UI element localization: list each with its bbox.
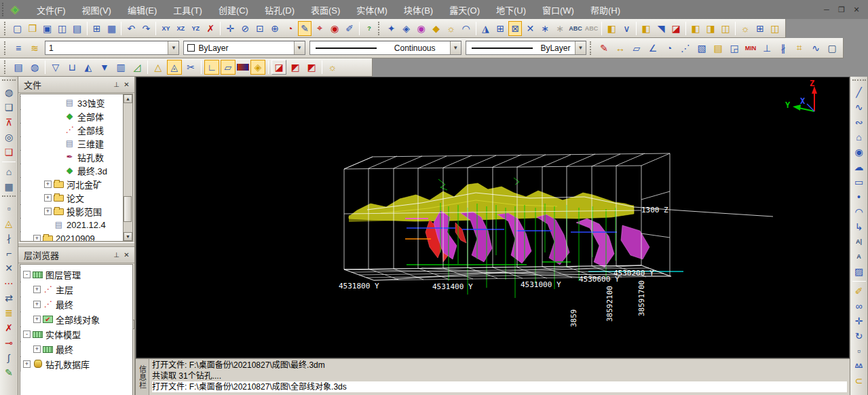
tree-item[interactable]: +⋰最终: [20, 297, 132, 312]
color-combo-dropdown-icon[interactable]: ▼: [294, 41, 305, 54]
offset-icon[interactable]: ⊂: [852, 373, 867, 388]
profile-axis-icon[interactable]: ∟: [204, 60, 219, 75]
expand-icon[interactable]: +: [44, 208, 52, 215]
rectangle-icon[interactable]: ▭: [852, 174, 867, 189]
layer-combo[interactable]: 1 ▼: [45, 41, 179, 55]
cylinder-icon[interactable]: ⊔: [64, 60, 79, 75]
surface-clear-icon[interactable]: ❏: [1, 145, 16, 159]
menu-item[interactable]: 创建(C): [210, 1, 257, 19]
tree-item[interactable]: +⋰主层: [20, 282, 132, 297]
point-icon[interactable]: •: [852, 189, 867, 204]
expand-icon[interactable]: +: [23, 360, 31, 368]
color-combo[interactable]: ByLayer ▼: [183, 41, 305, 55]
text-edit-icon[interactable]: A|: [852, 234, 867, 249]
pin-icon[interactable]: ⊥: [111, 79, 121, 90]
volume-cube-icon[interactable]: ▧: [694, 41, 709, 56]
bulb-surface-icon[interactable]: ☼: [325, 60, 340, 75]
scissors-icon[interactable]: ✂: [183, 60, 198, 75]
scroll-up-icon[interactable]: ▲: [124, 94, 132, 103]
collapse-icon[interactable]: -: [23, 331, 31, 338]
menu-item[interactable]: 露天(O): [441, 1, 488, 19]
help-icon[interactable]: ?: [362, 21, 376, 36]
pan-icon[interactable]: ✛: [223, 21, 237, 36]
expand-icon[interactable]: +: [33, 345, 41, 353]
delete-icon[interactable]: ✗: [204, 21, 217, 36]
menu-item[interactable]: 块体(B): [396, 1, 441, 19]
tree-item[interactable]: -实体模型: [20, 326, 132, 341]
expand-icon[interactable]: +: [44, 194, 52, 202]
cone-mesh-icon[interactable]: ◭: [81, 60, 96, 75]
menu-item[interactable]: 编辑(E): [119, 1, 165, 19]
restore-button[interactable]: ❐: [837, 5, 846, 14]
menu-item[interactable]: 地下(U): [488, 1, 534, 19]
text-abc-icon[interactable]: ABC: [568, 21, 583, 36]
toolbar-gripper[interactable]: [378, 22, 381, 35]
select-paint-icon[interactable]: ✎: [298, 21, 312, 36]
zoom-dynamic-icon[interactable]: ⊘: [238, 21, 252, 36]
area-icon[interactable]: ▱: [629, 41, 644, 56]
menu-item[interactable]: 窗口(W): [534, 1, 582, 19]
circle-tri-icon[interactable]: ◬: [167, 60, 182, 75]
select-box-icon[interactable]: ▫: [852, 343, 867, 358]
panel-splitter[interactable]: [18, 242, 134, 247]
surface-lasso-icon[interactable]: ◎: [1, 130, 16, 145]
point-insert-icon[interactable]: ⊸: [1, 335, 16, 350]
polyline-icon[interactable]: ∿: [852, 100, 867, 115]
view-compass-icon[interactable]: ✦: [385, 21, 398, 36]
gradient-bar-icon[interactable]: ▮: [237, 64, 249, 71]
close-button[interactable]: ✕: [852, 5, 861, 14]
linetype-combo-dropdown-icon[interactable]: ▼: [450, 41, 461, 54]
cross-delete-icon[interactable]: ✕: [1, 261, 16, 276]
close-icon[interactable]: ✕: [121, 79, 132, 90]
menu-item[interactable]: 工具(T): [165, 1, 210, 19]
arc-rotate-icon[interactable]: ◠: [459, 21, 473, 36]
arc-icon[interactable]: ◠: [852, 204, 867, 219]
min-distance-icon[interactable]: MIN: [743, 41, 758, 56]
plane-shape-icon[interactable]: ◥: [654, 21, 668, 36]
diamond-arrows-icon[interactable]: ◈: [250, 60, 265, 75]
lineweight-combo[interactable]: ByLayer ▼: [466, 41, 586, 55]
menu-item[interactable]: 帮助(H): [582, 1, 628, 19]
surface-calc-icon[interactable]: ▦: [1, 179, 16, 194]
shade-icon[interactable]: ◆: [430, 21, 443, 36]
zoom-object-icon[interactable]: ◉: [328, 21, 341, 36]
erase-draw-icon[interactable]: ✎: [1, 365, 16, 380]
plane-delete-icon[interactable]: ◪: [669, 21, 683, 36]
line-join-icon[interactable]: ∫: [1, 350, 16, 365]
rect-dash-icon[interactable]: ▫: [1, 201, 16, 216]
snap-icon[interactable]: ∗: [538, 21, 552, 36]
fence-icon[interactable]: ≣: [1, 305, 16, 320]
grid-box-icon[interactable]: ⊠: [508, 21, 522, 36]
line-icon[interactable]: ╱: [852, 85, 867, 100]
tree-item[interactable]: -图层管理: [20, 267, 132, 282]
mesh-rect-icon[interactable]: ▤: [11, 60, 26, 75]
tree-item[interactable]: ▤三维建: [20, 136, 132, 150]
menu-item[interactable]: 表面(S): [303, 1, 348, 19]
toolbar-gripper[interactable]: [2, 79, 16, 83]
menu-item[interactable]: 实体(M): [348, 1, 396, 19]
angle-icon[interactable]: ∠: [645, 41, 660, 56]
move-icon[interactable]: ✛: [852, 314, 867, 328]
print-icon[interactable]: ▦: [105, 21, 119, 36]
mirror-icon[interactable]: ∆∆: [852, 358, 867, 373]
section-fork-icon[interactable]: ∨: [620, 21, 633, 36]
render-color-icon[interactable]: ◉: [415, 21, 428, 36]
group-icon[interactable]: ∞: [852, 299, 867, 314]
cone-flag-icon[interactable]: ◬: [1, 216, 16, 231]
basket-mesh-icon[interactable]: ▼: [97, 60, 112, 75]
section-sync-icon[interactable]: ◫: [719, 21, 732, 36]
expand-icon[interactable]: +: [33, 301, 41, 308]
edit-doc-icon[interactable]: ▤: [71, 21, 84, 36]
minimize-button[interactable]: ─: [822, 5, 831, 14]
menu-item[interactable]: 视图(V): [74, 1, 119, 19]
walk-mode-icon[interactable]: ∿: [808, 41, 823, 56]
new-file-icon[interactable]: ▢: [11, 21, 24, 36]
tri-down-icon[interactable]: ▽: [48, 60, 63, 75]
big-grid-icon[interactable]: ⊞: [753, 21, 767, 36]
spline-icon[interactable]: ∾: [852, 115, 867, 130]
rotate-icon[interactable]: ↻: [852, 328, 867, 343]
cloud-icon[interactable]: ☁: [852, 159, 867, 174]
tree-item[interactable]: ◆最终.3d: [20, 164, 132, 177]
blank-swatch-icon[interactable]: ▢: [825, 41, 839, 56]
surface-poly-icon[interactable]: ⌂: [1, 164, 16, 179]
